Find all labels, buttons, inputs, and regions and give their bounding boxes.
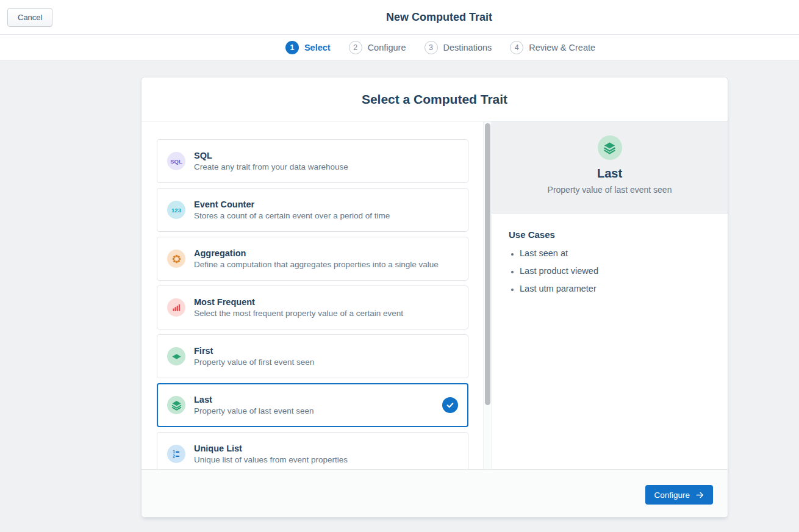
step-configure[interactable]: 2 Configure xyxy=(349,41,406,54)
svg-text:1: 1 xyxy=(173,450,175,454)
trait-description: Property value of first event seen xyxy=(194,358,314,367)
selected-check-icon xyxy=(442,397,458,413)
trait-title: Aggregation xyxy=(194,248,439,258)
trait-item-event-counter[interactable]: 123 Event Counter Stores a count of a ce… xyxy=(157,188,468,232)
use-cases-section: Use Cases Last seen at Last product view… xyxy=(492,214,728,469)
diamond-icon xyxy=(167,347,185,365)
number-123-icon: 123 xyxy=(167,201,185,219)
card-footer: Configure xyxy=(142,469,728,517)
bar-chart-icon xyxy=(167,298,185,317)
svg-text:2: 2 xyxy=(173,454,175,458)
select-trait-card: Select a Computed Trait SQL SQL Create a… xyxy=(142,77,728,517)
trait-title: Event Counter xyxy=(194,200,390,209)
step-number-badge: 1 xyxy=(285,41,299,54)
step-number-badge: 2 xyxy=(349,41,362,54)
trait-description: Property value of last event seen xyxy=(194,406,314,415)
page-title: New Computed Trait xyxy=(386,11,492,24)
trait-list-scrollbar xyxy=(483,121,492,469)
use-cases-list: Last seen at Last product viewed Last ut… xyxy=(509,248,711,293)
trait-title: Unique List xyxy=(194,444,348,453)
wizard-stepper: 1 Select 2 Configure 3 Destinations 4 Re… xyxy=(0,35,799,61)
layers-icon xyxy=(167,396,185,414)
trait-description: Stores a count of a certain event over a… xyxy=(194,211,390,220)
sql-badge-icon: SQL xyxy=(167,152,185,170)
trait-item-first[interactable]: First Property value of first event seen xyxy=(157,334,468,378)
trait-item-unique-list[interactable]: 1 2 Unique List Unique list of values fr… xyxy=(157,432,468,469)
detail-subtitle: Property value of last event seen xyxy=(548,185,672,195)
use-case-item: Last product viewed xyxy=(520,266,711,276)
trait-detail-panel: Last Property value of last event seen U… xyxy=(492,121,728,469)
step-review-create[interactable]: 4 Review & Create xyxy=(510,41,595,54)
cancel-button[interactable]: Cancel xyxy=(7,8,52,27)
configure-button[interactable]: Configure xyxy=(645,485,713,505)
use-case-item: Last seen at xyxy=(520,248,711,258)
trait-item-last[interactable]: Last Property value of last event seen xyxy=(157,383,468,427)
trait-list: SQL SQL Create any trait from your data … xyxy=(142,121,483,469)
numbered-list-icon: 1 2 xyxy=(167,445,185,463)
step-label: Review & Create xyxy=(529,43,595,52)
trait-item-sql[interactable]: SQL SQL Create any trait from your data … xyxy=(157,139,468,183)
use-cases-heading: Use Cases xyxy=(509,229,711,240)
trait-description: Select the most frequent property value … xyxy=(194,309,403,318)
trait-title: Last xyxy=(194,395,314,404)
step-label: Destinations xyxy=(443,43,492,52)
trait-detail-header: Last Property value of last event seen xyxy=(492,121,728,214)
scrollbar-thumb[interactable] xyxy=(485,123,490,405)
use-case-item: Last utm parameter xyxy=(520,284,711,293)
page-background: Select a Computed Trait SQL SQL Create a… xyxy=(0,61,799,531)
trait-title: SQL xyxy=(194,151,348,160)
trait-description: Create any trait from your data warehous… xyxy=(194,162,348,171)
trait-item-aggregation[interactable]: Aggregation Define a computation that ag… xyxy=(157,237,468,281)
step-select[interactable]: 1 Select xyxy=(285,41,331,54)
step-label: Select xyxy=(304,43,331,52)
trait-description: Define a computation that aggregates pro… xyxy=(194,260,439,269)
step-number-badge: 3 xyxy=(425,41,438,54)
trait-title: First xyxy=(194,346,314,356)
layers-icon xyxy=(598,135,622,160)
trait-description: Unique list of values from event propert… xyxy=(194,455,348,464)
step-destinations[interactable]: 3 Destinations xyxy=(425,41,492,54)
top-bar: Cancel New Computed Trait xyxy=(0,0,799,35)
step-number-badge: 4 xyxy=(510,41,523,54)
detail-title: Last xyxy=(597,167,622,181)
arrow-right-icon xyxy=(695,491,704,500)
dotted-ring-icon xyxy=(167,250,185,268)
trait-item-most-frequent[interactable]: Most Frequent Select the most frequent p… xyxy=(157,286,468,329)
step-label: Configure xyxy=(368,43,406,52)
card-title: Select a Computed Trait xyxy=(142,77,728,121)
trait-title: Most Frequent xyxy=(194,297,403,307)
